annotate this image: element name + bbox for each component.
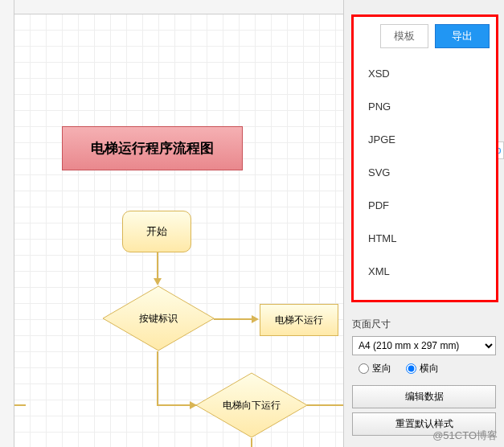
export-item-pdf[interactable]: PDF	[354, 189, 496, 222]
page-size-select[interactable]: A4 (210 mm x 297 mm)	[352, 336, 496, 355]
shape-decision-keypress[interactable]: 按键标识	[102, 285, 215, 351]
export-dropdown-highlighted: 模板 导出 XSD PNG JPGE SVG PDF HTML XML	[351, 14, 498, 302]
flowchart-title-box[interactable]: 电梯运行程序流程图	[62, 126, 243, 170]
shape-process-norun[interactable]: 电梯不运行	[260, 304, 338, 336]
canvas-area[interactable]: 电梯运行程序流程图 开始 按键标识 电梯不运行	[0, 0, 402, 447]
shape-start[interactable]: 开始	[122, 211, 191, 252]
orientation-portrait-label[interactable]: 竖向	[359, 362, 391, 375]
export-item-png[interactable]: PNG	[354, 90, 496, 123]
template-button[interactable]: 模板	[380, 24, 428, 48]
connector	[14, 404, 26, 406]
edit-data-button[interactable]: 编辑数据	[352, 385, 496, 408]
shape-norun-label: 电梯不运行	[275, 314, 323, 327]
page-size-label: 页面尺寸	[352, 318, 496, 331]
shape-decision-down[interactable]: 电梯向下运行	[195, 372, 308, 438]
connector	[157, 351, 158, 405]
arrow-head-icon	[252, 315, 259, 323]
ruler-vertical	[0, 0, 14, 447]
shape-keypress-label: 按键标识	[139, 312, 178, 326]
connector	[251, 438, 252, 447]
export-menu: XSD PNG JPGE SVG PDF HTML XML	[354, 17, 496, 288]
flowchart-title-text: 电梯运行程序流程图	[91, 139, 214, 158]
export-button[interactable]: 导出	[435, 24, 490, 48]
orientation-landscape-radio[interactable]	[406, 363, 416, 374]
export-item-xsd[interactable]: XSD	[354, 57, 496, 90]
export-item-svg[interactable]: SVG	[354, 156, 496, 189]
watermark: @51CTO博客	[432, 429, 498, 443]
orientation-portrait-radio[interactable]	[359, 363, 369, 374]
shape-start-label: 开始	[146, 224, 167, 239]
arrow-head-icon	[154, 278, 162, 285]
orientation-radios: 竖向 横向	[352, 362, 496, 375]
orientation-landscape-label[interactable]: 横向	[406, 362, 439, 375]
ruler-horizontal	[0, 0, 402, 14]
export-item-html[interactable]: HTML	[354, 222, 496, 255]
connector	[214, 318, 252, 320]
shape-down-label: 电梯向下运行	[223, 399, 281, 412]
export-item-xml[interactable]: XML	[354, 255, 496, 288]
connector	[157, 252, 158, 279]
export-item-jpge[interactable]: JPGE	[354, 123, 496, 156]
